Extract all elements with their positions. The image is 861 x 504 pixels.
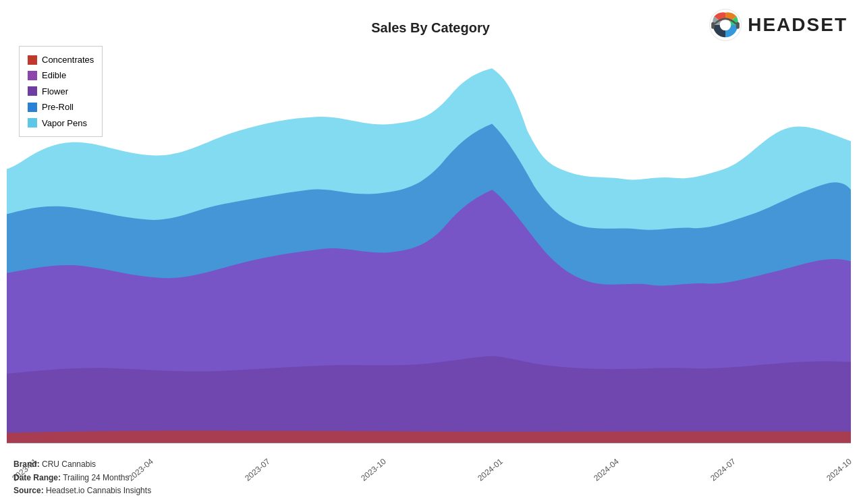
footer-source: Source: Headset.io Cannabis Insights	[13, 484, 151, 497]
footer-source-label: Source:	[13, 486, 44, 495]
footer-daterange: Date Range: Trailing 24 Months	[13, 472, 151, 484]
chart-area	[7, 40, 851, 443]
x-label-2024-01: 2024-01	[476, 457, 505, 483]
x-label-2023-10: 2023-10	[359, 457, 388, 483]
footer-brand: Brand: CRU Cannabis	[13, 458, 151, 471]
x-label-2023-07: 2023-07	[243, 457, 272, 483]
footer-info: Brand: CRU Cannabis Date Range: Trailing…	[13, 458, 151, 497]
footer-brand-value: CRU Cannabis	[42, 459, 96, 469]
footer-daterange-label: Date Range:	[13, 473, 61, 482]
x-label-2024-10: 2024-10	[825, 457, 854, 483]
footer-brand-label: Brand:	[13, 459, 40, 469]
x-label-2024-04: 2024-04	[592, 457, 621, 483]
chart-title: Sales By Category	[0, 20, 861, 36]
chart-svg	[7, 40, 851, 443]
area-concentrates	[7, 430, 851, 443]
x-label-2024-07: 2024-07	[709, 457, 738, 483]
page-container: HEADSET Sales By Category Concentrates E…	[0, 0, 861, 504]
footer-daterange-value: Trailing 24 Months	[63, 473, 129, 482]
footer-source-value: Headset.io Cannabis Insights	[46, 486, 151, 495]
